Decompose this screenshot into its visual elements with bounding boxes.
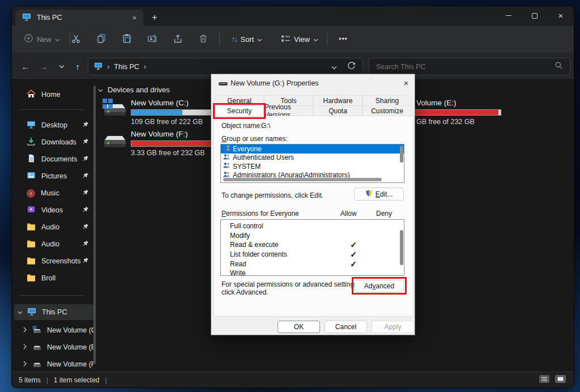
drive-f-name[interactable]: New Volume (F:) bbox=[131, 130, 188, 138]
list-vertical-scrollbar[interactable] bbox=[400, 146, 403, 163]
properties-dialog: New Volume (G:) Properties × General Too… bbox=[211, 74, 415, 335]
ok-button[interactable]: OK bbox=[278, 321, 320, 333]
tab-hardware[interactable]: Hardware bbox=[313, 95, 362, 106]
maximize-icon bbox=[532, 13, 538, 19]
sidebar-item-documents[interactable]: Documents bbox=[14, 151, 93, 167]
sidebar-item-home[interactable]: Home bbox=[14, 87, 93, 103]
breadcrumb-this-pc[interactable]: This PC bbox=[114, 63, 139, 71]
sidebar-item-screenshots[interactable]: Screenshots bbox=[14, 253, 93, 269]
refresh-icon[interactable] bbox=[347, 61, 356, 72]
permissions-list[interactable]: Full control Modify Read & execute ✓ Lis… bbox=[220, 219, 404, 276]
plus-circle-icon bbox=[24, 33, 33, 45]
advanced-button-highlight bbox=[352, 277, 407, 295]
sidebar-item-pictures[interactable]: Pictures bbox=[14, 168, 93, 184]
dialog-close-icon[interactable]: × bbox=[400, 77, 412, 88]
list-horizontal-scrollbar[interactable] bbox=[223, 178, 382, 181]
close-icon: × bbox=[558, 11, 564, 20]
address-field[interactable]: › This PC › bbox=[88, 58, 363, 75]
status-bar: 5 items | 1 item selected | bbox=[12, 372, 574, 387]
search-box[interactable] bbox=[369, 58, 570, 75]
tab-sharing[interactable]: Sharing bbox=[362, 95, 412, 106]
up-button[interactable]: ↑ bbox=[70, 58, 86, 74]
sidebar-item-videos[interactable]: Videos bbox=[14, 202, 93, 218]
drive-c-name[interactable]: New Volume (C:) bbox=[131, 99, 189, 107]
tab-bar: This PC × + × bbox=[12, 6, 574, 25]
drive-e-name[interactable]: Volume (E:) bbox=[416, 99, 457, 107]
large-icons-view-toggle[interactable] bbox=[555, 375, 566, 385]
chevron-right-icon[interactable] bbox=[23, 360, 27, 368]
sidebar-item-new-volume-e[interactable]: New Volume (E:) bbox=[14, 339, 93, 355]
list-item-everyone[interactable]: Everyone bbox=[221, 144, 404, 154]
permission-row-full-control[interactable]: Full control bbox=[221, 221, 404, 231]
list-item-authenticated-users[interactable]: Authenticated Users bbox=[221, 154, 404, 163]
breadcrumb-separator: › bbox=[107, 62, 109, 71]
sidebar-item-this-pc[interactable]: This PC bbox=[14, 304, 93, 320]
chevron-right-icon[interactable] bbox=[23, 326, 27, 334]
share-icon bbox=[173, 33, 183, 45]
allow-checkbox[interactable]: ✓ bbox=[336, 259, 371, 269]
sidebar-item-desktop[interactable]: Desktop bbox=[14, 117, 93, 133]
sidebar-item-new-volume-f[interactable]: New Volume (F:) bbox=[14, 356, 93, 372]
tab-customize[interactable]: Customize bbox=[362, 105, 412, 116]
more-options-button[interactable]: ••• bbox=[332, 30, 354, 48]
forward-button[interactable]: → bbox=[36, 58, 52, 74]
sidebar-item-new-volume-c[interactable]: New Volume (C:) bbox=[14, 322, 93, 338]
back-button[interactable]: ← bbox=[18, 58, 33, 74]
sidebar-item-music[interactable]: ♪ Music bbox=[14, 185, 93, 201]
security-tab-highlight bbox=[213, 103, 266, 119]
permission-row-read-execute[interactable]: Read & execute ✓ bbox=[221, 240, 404, 250]
maximize-button[interactable] bbox=[522, 6, 548, 25]
list-item-system[interactable]: SYSTEM bbox=[221, 162, 404, 171]
cancel-button[interactable]: Cancel bbox=[325, 321, 367, 333]
list-vertical-scrollbar[interactable] bbox=[400, 230, 403, 265]
share-button[interactable] bbox=[168, 30, 188, 48]
edit-button[interactable]: Edit... bbox=[354, 188, 404, 201]
copy-button[interactable] bbox=[91, 30, 112, 48]
chevron-down-icon bbox=[257, 35, 262, 44]
group-header-devices[interactable]: Devices and drives bbox=[98, 84, 170, 95]
sidebar-item-broll[interactable]: Broll bbox=[14, 270, 93, 286]
view-button[interactable]: View bbox=[277, 30, 322, 48]
minimize-button[interactable] bbox=[496, 6, 522, 25]
toolbar-divider bbox=[327, 32, 327, 46]
search-input[interactable] bbox=[376, 63, 555, 71]
new-button[interactable]: New bbox=[20, 30, 64, 48]
recent-locations-button[interactable] bbox=[54, 58, 70, 74]
group-user-list[interactable]: Everyone Authenticated Users SYSTEM Admi… bbox=[220, 144, 404, 183]
permission-row-list-folder-contents[interactable]: List folder contents ✓ bbox=[221, 250, 404, 259]
tab-quota[interactable]: Quota bbox=[313, 105, 362, 116]
group-user-label: Group or user names: bbox=[221, 135, 288, 143]
sidebar-item-audio[interactable]: Audio bbox=[14, 219, 93, 235]
paste-button[interactable] bbox=[117, 30, 137, 48]
close-button[interactable]: × bbox=[548, 6, 574, 25]
tab-this-pc[interactable]: This PC × bbox=[15, 10, 143, 25]
new-tab-button[interactable]: + bbox=[148, 11, 161, 24]
window-controls: × bbox=[496, 6, 574, 25]
permission-row-modify[interactable]: Modify bbox=[221, 231, 404, 241]
breadcrumb-separator: › bbox=[144, 62, 331, 71]
permission-row-write[interactable]: Write bbox=[221, 269, 404, 276]
chevron-right-icon[interactable] bbox=[23, 343, 27, 351]
sort-button[interactable]: ↑↓ Sort bbox=[224, 30, 270, 48]
allow-checkbox[interactable]: ✓ bbox=[336, 250, 371, 259]
delete-button[interactable] bbox=[193, 30, 214, 48]
tab-previous-versions[interactable]: Previous Versions bbox=[264, 105, 313, 116]
video-icon bbox=[27, 205, 36, 215]
drive-c-icon[interactable] bbox=[101, 98, 127, 122]
desktop-icon bbox=[27, 120, 36, 130]
home-icon bbox=[27, 90, 36, 100]
drive-f-icon[interactable] bbox=[101, 130, 127, 154]
address-dropdown-icon[interactable] bbox=[331, 62, 337, 72]
sidebar-item-audio[interactable]: Audio bbox=[14, 236, 93, 252]
rename-button[interactable] bbox=[142, 30, 163, 48]
new-label: New bbox=[37, 35, 52, 44]
apply-button[interactable]: Apply bbox=[372, 321, 414, 333]
cut-button[interactable] bbox=[66, 30, 86, 48]
details-view-toggle[interactable] bbox=[539, 375, 549, 385]
tab-close-icon[interactable]: × bbox=[132, 14, 137, 22]
sidebar-item-downloads[interactable]: Downloads bbox=[14, 134, 93, 150]
allow-checkbox[interactable]: ✓ bbox=[336, 240, 371, 249]
folder-icon bbox=[27, 274, 36, 283]
permission-row-read[interactable]: Read ✓ bbox=[221, 259, 404, 269]
user-group-icon bbox=[223, 144, 231, 153]
